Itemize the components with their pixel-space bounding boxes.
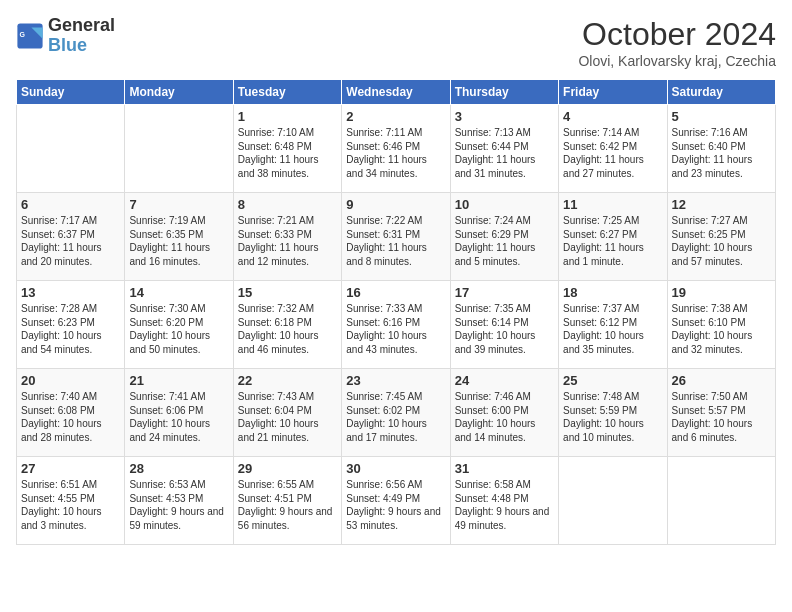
calendar-cell: 10Sunrise: 7:24 AMSunset: 6:29 PMDayligh… — [450, 193, 558, 281]
day-number: 5 — [672, 109, 771, 124]
day-number: 14 — [129, 285, 228, 300]
calendar-cell: 27Sunrise: 6:51 AMSunset: 4:55 PMDayligh… — [17, 457, 125, 545]
day-number: 19 — [672, 285, 771, 300]
weekday-header: Sunday — [17, 80, 125, 105]
day-number: 25 — [563, 373, 662, 388]
day-number: 1 — [238, 109, 337, 124]
calendar-cell: 26Sunrise: 7:50 AMSunset: 5:57 PMDayligh… — [667, 369, 775, 457]
cell-content: Sunrise: 7:27 AMSunset: 6:25 PMDaylight:… — [672, 214, 771, 268]
day-number: 23 — [346, 373, 445, 388]
cell-content: Sunrise: 7:25 AMSunset: 6:27 PMDaylight:… — [563, 214, 662, 268]
title-block: October 2024 Olovi, Karlovarsky kraj, Cz… — [578, 16, 776, 69]
calendar-cell: 3Sunrise: 7:13 AMSunset: 6:44 PMDaylight… — [450, 105, 558, 193]
calendar-cell: 31Sunrise: 6:58 AMSunset: 4:48 PMDayligh… — [450, 457, 558, 545]
calendar-cell: 17Sunrise: 7:35 AMSunset: 6:14 PMDayligh… — [450, 281, 558, 369]
day-number: 31 — [455, 461, 554, 476]
calendar-cell: 15Sunrise: 7:32 AMSunset: 6:18 PMDayligh… — [233, 281, 341, 369]
weekday-row: SundayMondayTuesdayWednesdayThursdayFrid… — [17, 80, 776, 105]
calendar-week-row: 6Sunrise: 7:17 AMSunset: 6:37 PMDaylight… — [17, 193, 776, 281]
calendar-cell — [17, 105, 125, 193]
day-number: 12 — [672, 197, 771, 212]
calendar-cell: 19Sunrise: 7:38 AMSunset: 6:10 PMDayligh… — [667, 281, 775, 369]
cell-content: Sunrise: 7:16 AMSunset: 6:40 PMDaylight:… — [672, 126, 771, 180]
calendar-cell: 23Sunrise: 7:45 AMSunset: 6:02 PMDayligh… — [342, 369, 450, 457]
cell-content: Sunrise: 6:58 AMSunset: 4:48 PMDaylight:… — [455, 478, 554, 532]
cell-content: Sunrise: 7:30 AMSunset: 6:20 PMDaylight:… — [129, 302, 228, 356]
day-number: 4 — [563, 109, 662, 124]
calendar-cell: 28Sunrise: 6:53 AMSunset: 4:53 PMDayligh… — [125, 457, 233, 545]
cell-content: Sunrise: 6:53 AMSunset: 4:53 PMDaylight:… — [129, 478, 228, 532]
day-number: 3 — [455, 109, 554, 124]
month-title: October 2024 — [578, 16, 776, 53]
day-number: 15 — [238, 285, 337, 300]
calendar-table: SundayMondayTuesdayWednesdayThursdayFrid… — [16, 79, 776, 545]
calendar-cell: 11Sunrise: 7:25 AMSunset: 6:27 PMDayligh… — [559, 193, 667, 281]
weekday-header: Tuesday — [233, 80, 341, 105]
day-number: 21 — [129, 373, 228, 388]
day-number: 20 — [21, 373, 120, 388]
weekday-header: Wednesday — [342, 80, 450, 105]
cell-content: Sunrise: 7:32 AMSunset: 6:18 PMDaylight:… — [238, 302, 337, 356]
logo-icon: G — [16, 22, 44, 50]
calendar-header: SundayMondayTuesdayWednesdayThursdayFrid… — [17, 80, 776, 105]
weekday-header: Monday — [125, 80, 233, 105]
day-number: 22 — [238, 373, 337, 388]
cell-content: Sunrise: 7:40 AMSunset: 6:08 PMDaylight:… — [21, 390, 120, 444]
day-number: 7 — [129, 197, 228, 212]
calendar-cell: 18Sunrise: 7:37 AMSunset: 6:12 PMDayligh… — [559, 281, 667, 369]
day-number: 27 — [21, 461, 120, 476]
cell-content: Sunrise: 7:22 AMSunset: 6:31 PMDaylight:… — [346, 214, 445, 268]
cell-content: Sunrise: 6:56 AMSunset: 4:49 PMDaylight:… — [346, 478, 445, 532]
day-number: 16 — [346, 285, 445, 300]
calendar-cell: 4Sunrise: 7:14 AMSunset: 6:42 PMDaylight… — [559, 105, 667, 193]
cell-content: Sunrise: 7:13 AMSunset: 6:44 PMDaylight:… — [455, 126, 554, 180]
calendar-cell: 5Sunrise: 7:16 AMSunset: 6:40 PMDaylight… — [667, 105, 775, 193]
day-number: 24 — [455, 373, 554, 388]
cell-content: Sunrise: 7:38 AMSunset: 6:10 PMDaylight:… — [672, 302, 771, 356]
calendar-cell: 1Sunrise: 7:10 AMSunset: 6:48 PMDaylight… — [233, 105, 341, 193]
weekday-header: Saturday — [667, 80, 775, 105]
logo-text: General Blue — [48, 16, 115, 56]
cell-content: Sunrise: 6:55 AMSunset: 4:51 PMDaylight:… — [238, 478, 337, 532]
calendar-week-row: 27Sunrise: 6:51 AMSunset: 4:55 PMDayligh… — [17, 457, 776, 545]
day-number: 29 — [238, 461, 337, 476]
cell-content: Sunrise: 6:51 AMSunset: 4:55 PMDaylight:… — [21, 478, 120, 532]
cell-content: Sunrise: 7:41 AMSunset: 6:06 PMDaylight:… — [129, 390, 228, 444]
calendar-week-row: 20Sunrise: 7:40 AMSunset: 6:08 PMDayligh… — [17, 369, 776, 457]
svg-text:G: G — [20, 31, 26, 38]
cell-content: Sunrise: 7:11 AMSunset: 6:46 PMDaylight:… — [346, 126, 445, 180]
cell-content: Sunrise: 7:33 AMSunset: 6:16 PMDaylight:… — [346, 302, 445, 356]
calendar-cell: 2Sunrise: 7:11 AMSunset: 6:46 PMDaylight… — [342, 105, 450, 193]
cell-content: Sunrise: 7:50 AMSunset: 5:57 PMDaylight:… — [672, 390, 771, 444]
day-number: 6 — [21, 197, 120, 212]
calendar-cell: 21Sunrise: 7:41 AMSunset: 6:06 PMDayligh… — [125, 369, 233, 457]
day-number: 8 — [238, 197, 337, 212]
cell-content: Sunrise: 7:35 AMSunset: 6:14 PMDaylight:… — [455, 302, 554, 356]
day-number: 18 — [563, 285, 662, 300]
calendar-cell: 25Sunrise: 7:48 AMSunset: 5:59 PMDayligh… — [559, 369, 667, 457]
calendar-cell: 7Sunrise: 7:19 AMSunset: 6:35 PMDaylight… — [125, 193, 233, 281]
cell-content: Sunrise: 7:24 AMSunset: 6:29 PMDaylight:… — [455, 214, 554, 268]
cell-content: Sunrise: 7:43 AMSunset: 6:04 PMDaylight:… — [238, 390, 337, 444]
day-number: 10 — [455, 197, 554, 212]
day-number: 28 — [129, 461, 228, 476]
day-number: 17 — [455, 285, 554, 300]
day-number: 11 — [563, 197, 662, 212]
calendar-cell: 16Sunrise: 7:33 AMSunset: 6:16 PMDayligh… — [342, 281, 450, 369]
calendar-week-row: 13Sunrise: 7:28 AMSunset: 6:23 PMDayligh… — [17, 281, 776, 369]
calendar-cell: 29Sunrise: 6:55 AMSunset: 4:51 PMDayligh… — [233, 457, 341, 545]
cell-content: Sunrise: 7:21 AMSunset: 6:33 PMDaylight:… — [238, 214, 337, 268]
location-subtitle: Olovi, Karlovarsky kraj, Czechia — [578, 53, 776, 69]
calendar-cell: 12Sunrise: 7:27 AMSunset: 6:25 PMDayligh… — [667, 193, 775, 281]
day-number: 26 — [672, 373, 771, 388]
calendar-cell — [559, 457, 667, 545]
logo: G General Blue — [16, 16, 115, 56]
calendar-cell: 8Sunrise: 7:21 AMSunset: 6:33 PMDaylight… — [233, 193, 341, 281]
cell-content: Sunrise: 7:28 AMSunset: 6:23 PMDaylight:… — [21, 302, 120, 356]
calendar-body: 1Sunrise: 7:10 AMSunset: 6:48 PMDaylight… — [17, 105, 776, 545]
cell-content: Sunrise: 7:37 AMSunset: 6:12 PMDaylight:… — [563, 302, 662, 356]
day-number: 2 — [346, 109, 445, 124]
weekday-header: Thursday — [450, 80, 558, 105]
day-number: 30 — [346, 461, 445, 476]
calendar-cell: 22Sunrise: 7:43 AMSunset: 6:04 PMDayligh… — [233, 369, 341, 457]
